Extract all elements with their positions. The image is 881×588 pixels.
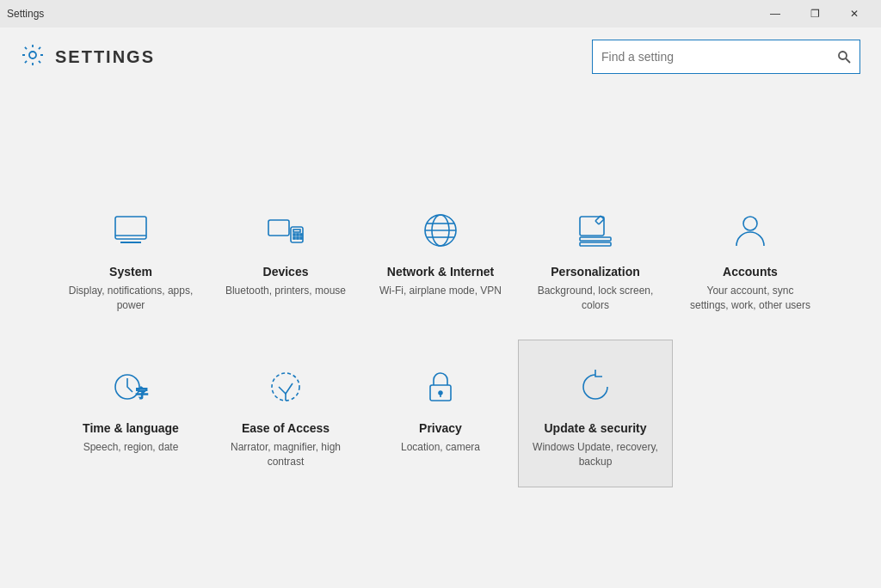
time-icon: 字 <box>108 364 153 409</box>
setting-name-network: Network & Internet <box>387 265 494 279</box>
setting-desc-network: Wi-Fi, airplane mode, VPN <box>379 284 502 298</box>
svg-rect-15 <box>297 237 299 239</box>
setting-desc-time: Speech, region, date <box>83 440 179 455</box>
search-box[interactable] <box>592 40 860 74</box>
app-title: SETTINGS <box>55 47 155 67</box>
setting-item-devices[interactable]: Devices Bluetooth, printers, mouse <box>208 183 363 331</box>
title-bar-controls: — ❐ ✕ <box>755 0 874 28</box>
setting-name-update: Update & security <box>544 421 646 435</box>
app-header: SETTINGS <box>0 28 881 83</box>
setting-desc-privacy: Location, camera <box>401 440 480 455</box>
close-button[interactable]: ✕ <box>835 0 874 28</box>
svg-rect-27 <box>580 237 611 241</box>
svg-point-34 <box>439 391 442 395</box>
setting-desc-personalization: Background, lock screen, colors <box>533 284 658 313</box>
svg-rect-22 <box>580 217 604 236</box>
minimize-button[interactable]: — <box>755 0 795 28</box>
search-input[interactable] <box>601 50 837 64</box>
svg-text:字: 字 <box>136 386 148 400</box>
devices-icon <box>263 208 308 253</box>
personalization-icon <box>573 208 618 253</box>
svg-line-24 <box>599 219 604 224</box>
setting-name-privacy: Privacy <box>419 421 462 435</box>
setting-desc-devices: Bluetooth, printers, mouse <box>225 284 346 298</box>
update-icon <box>573 364 618 409</box>
setting-item-update[interactable]: Update & security Windows Update, recove… <box>518 340 673 487</box>
title-bar-text: Settings <box>7 8 44 20</box>
svg-point-1 <box>839 52 847 59</box>
setting-item-accounts[interactable]: Accounts Your account, sync settings, wo… <box>673 183 828 331</box>
header-left: SETTINGS <box>21 43 155 70</box>
title-bar: Settings — ❐ ✕ <box>0 0 881 28</box>
setting-item-ease[interactable]: Ease of Access Narrator, magnifier, high… <box>208 340 363 487</box>
svg-point-29 <box>743 217 757 230</box>
setting-item-privacy[interactable]: Privacy Location, camera <box>363 340 518 487</box>
svg-rect-7 <box>268 220 289 236</box>
svg-rect-12 <box>297 234 299 236</box>
setting-desc-system: Display, notifications, apps, power <box>68 284 194 313</box>
accounts-icon <box>728 208 773 253</box>
svg-rect-10 <box>293 230 300 232</box>
setting-name-devices: Devices <box>263 265 309 279</box>
system-icon <box>108 208 153 253</box>
svg-rect-16 <box>300 237 302 239</box>
setting-desc-ease: Narrator, magnifier, high contrast <box>223 440 348 469</box>
svg-rect-28 <box>580 242 611 246</box>
setting-name-personalization: Personalization <box>551 265 639 279</box>
settings-grid: System Display, notifications, apps, pow… <box>53 183 828 487</box>
setting-desc-update: Windows Update, recovery, backup <box>533 440 658 469</box>
app-container: SETTINGS System Display, notifications, … <box>0 28 881 588</box>
setting-item-time[interactable]: 字 Time & language Speech, region, date <box>53 340 208 487</box>
setting-name-accounts: Accounts <box>723 265 778 279</box>
settings-main: System Display, notifications, apps, pow… <box>0 83 881 588</box>
svg-rect-11 <box>293 234 295 236</box>
svg-rect-13 <box>300 234 302 236</box>
network-icon <box>418 208 463 253</box>
setting-item-system[interactable]: System Display, notifications, apps, pow… <box>53 183 208 331</box>
setting-item-personalization[interactable]: Personalization Background, lock screen,… <box>518 183 673 331</box>
setting-item-network[interactable]: Network & Internet Wi-Fi, airplane mode,… <box>363 183 518 331</box>
ease-icon <box>263 364 308 409</box>
settings-gear-icon <box>21 43 45 70</box>
maximize-button[interactable]: ❐ <box>795 0 835 28</box>
svg-line-2 <box>846 58 850 63</box>
setting-name-system: System <box>109 265 152 279</box>
search-button[interactable] <box>837 50 851 64</box>
privacy-icon <box>418 364 463 409</box>
setting-name-time: Time & language <box>83 421 179 435</box>
svg-rect-14 <box>293 237 295 239</box>
setting-name-ease: Ease of Access <box>242 421 330 435</box>
svg-line-25 <box>595 221 599 224</box>
setting-desc-accounts: Your account, sync settings, work, other… <box>687 284 813 313</box>
svg-point-0 <box>29 52 36 58</box>
